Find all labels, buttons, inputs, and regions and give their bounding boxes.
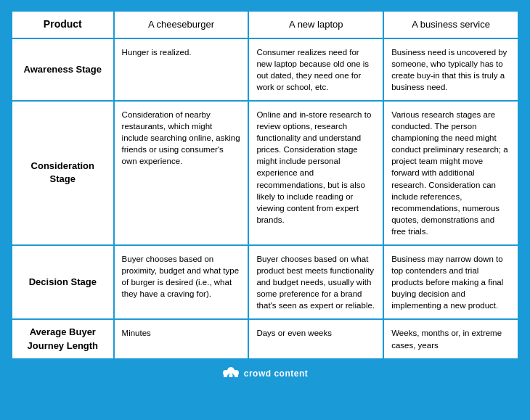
buyer-journey-table: Product A cheeseburger A new laptop A bu… (11, 10, 519, 360)
svg-rect-3 (224, 374, 227, 377)
decision-cheeseburger-cell: Buyer chooses based on proximity, budget… (114, 245, 249, 319)
svg-rect-5 (235, 374, 238, 377)
consideration-row-header: Consideration Stage (12, 101, 114, 245)
average-journey-laptop-cell: Days or even weeks (248, 319, 383, 358)
decision-row-header: Decision Stage (12, 245, 114, 319)
average-journey-row: Average Buyer Journey Length Minutes Day… (12, 319, 518, 358)
brand-name: crowd content (244, 368, 309, 379)
awareness-laptop-cell: Consumer realizes need for new laptop be… (248, 38, 383, 101)
svg-rect-4 (229, 374, 232, 377)
product-header: Product (12, 11, 114, 38)
awareness-row: Awareness Stage Hunger is realized. Cons… (12, 38, 518, 101)
cheeseburger-header: A cheeseburger (114, 11, 249, 38)
decision-business-cell: Business may narrow down to top contende… (383, 245, 518, 319)
decision-laptop-cell: Buyer chooses based on what product best… (248, 245, 383, 319)
consideration-cheeseburger-cell: Consideration of nearby restaurants, whi… (114, 101, 249, 245)
awareness-row-header: Awareness Stage (12, 38, 114, 101)
consideration-laptop-cell: Online and in-store research to review o… (248, 101, 383, 245)
average-journey-row-header: Average Buyer Journey Length (12, 319, 114, 358)
awareness-business-cell: Business need is uncovered by someone, w… (383, 38, 518, 101)
decision-row: Decision Stage Buyer chooses based on pr… (12, 245, 518, 319)
footer: crowd content (222, 366, 309, 382)
consideration-business-cell: Various research stages are conducted. T… (383, 101, 518, 245)
consideration-row: Consideration Stage Consideration of nea… (12, 101, 518, 245)
page-container: Product A cheeseburger A new laptop A bu… (0, 0, 530, 420)
business-service-header: A business service (383, 11, 518, 38)
average-journey-cheeseburger-cell: Minutes (114, 319, 249, 358)
crowd-content-icon (222, 366, 240, 382)
awareness-cheeseburger-cell: Hunger is realized. (114, 38, 249, 101)
average-journey-business-cell: Weeks, months or, in extreme cases, year… (383, 319, 518, 358)
laptop-header: A new laptop (248, 11, 383, 38)
